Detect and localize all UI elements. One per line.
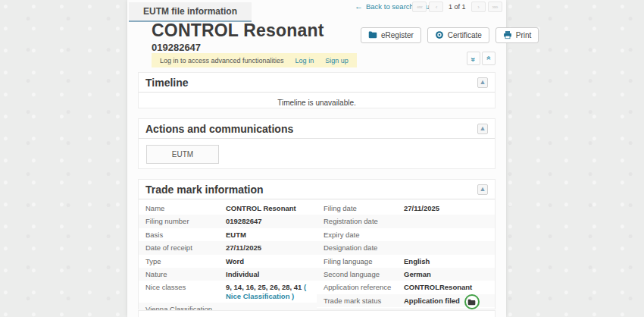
folder-status-icon <box>464 294 480 309</box>
collapse-all-button[interactable]: » <box>467 52 480 65</box>
actions-section-header: Actions and communications ▲ <box>139 119 495 139</box>
field-value-text: CONTROL Resonant <box>226 204 296 212</box>
login-link[interactable]: Log in <box>295 57 314 64</box>
application-number: 019282647 <box>152 42 201 53</box>
print-button[interactable]: Print <box>496 27 539 43</box>
field-value-text: English <box>404 257 430 265</box>
field-label: Nature <box>145 270 226 278</box>
folder-icon <box>368 30 377 41</box>
field-value: CONTROL Resonant <box>226 204 314 212</box>
field-value: EUTM <box>226 231 314 239</box>
action-buttons: eRegister Certificate Print <box>361 27 539 43</box>
field-value-text: EUTM <box>226 231 246 239</box>
eutm-actions-tab[interactable]: EUTM <box>146 145 219 164</box>
field-value: English <box>404 257 492 265</box>
field-label: Filing date <box>324 204 404 212</box>
field-row: Registration date <box>317 215 495 228</box>
timeline-section: Timeline ▲ Timeline is unavailable. <box>138 72 496 108</box>
field-label: Second language <box>324 270 404 278</box>
field-value: Application filed <box>404 297 492 305</box>
field-row: NameCONTROL Resonant <box>139 202 317 215</box>
field-value-text: Individual <box>226 270 259 278</box>
field-value-text: Application filed <box>404 297 460 305</box>
field-row: Filing number019282647 <box>139 215 317 228</box>
pagination: «« ‹ 1 of 1 › »» <box>412 2 502 12</box>
field-row: Designation date <box>317 241 495 254</box>
field-value: 27/11/2025 <box>226 243 314 252</box>
field-row: TypeWord <box>139 255 317 268</box>
field-label: Registration date <box>324 217 404 225</box>
content-column: EUTM file information ← Back to search r… <box>127 0 506 317</box>
next-page-button[interactable]: › <box>471 2 486 12</box>
expand-all-button[interactable]: » <box>482 52 496 65</box>
field-label: Application reference <box>324 283 404 291</box>
field-label: Designation date <box>324 243 404 252</box>
field-value: CONTROLResonant <box>404 283 492 291</box>
left-arrow-icon: ← <box>355 2 363 11</box>
field-label: Trade mark status <box>324 297 404 305</box>
actions-section-title: Actions and communications <box>145 123 293 135</box>
certificate-label: Certificate <box>448 31 482 39</box>
field-value-text: German <box>404 270 431 278</box>
previous-page-button[interactable]: ‹ <box>429 2 443 12</box>
seal-icon <box>435 30 444 41</box>
field-label: Filing number <box>145 217 226 225</box>
field-label: Nice classes <box>145 283 226 291</box>
field-value-text: CONTROLResonant <box>404 283 472 291</box>
eregister-label: eRegister <box>381 31 414 39</box>
double-chevron-down-icon: » <box>470 57 478 60</box>
field-label: Expiry date <box>324 231 404 239</box>
actions-section: Actions and communications ▲ EUTM <box>138 118 496 169</box>
field-label: Date of receipt <box>145 243 226 252</box>
next-section-strip <box>138 310 496 317</box>
field-value: German <box>404 270 492 278</box>
field-label: Type <box>145 257 226 265</box>
collapse-section-icon[interactable]: ▲ <box>477 124 488 134</box>
certificate-button[interactable]: Certificate <box>427 27 489 43</box>
login-notice-text: Log in to access advanced functionalitie… <box>160 57 284 64</box>
field-row: Date of receipt27/11/2025 <box>139 241 317 254</box>
field-label: Basis <box>145 231 226 239</box>
field-value-text: Word <box>226 257 244 265</box>
page-indicator: 1 of 1 <box>449 3 466 11</box>
field-row: Second languageGerman <box>317 268 495 281</box>
trademark-section-title: Trade mark information <box>145 184 264 196</box>
last-page-button[interactable]: »» <box>488 2 502 12</box>
field-row: BasisEUTM <box>139 228 317 241</box>
page-title: CONTROL Resonant <box>152 20 324 41</box>
timeline-section-title: Timeline <box>145 77 189 89</box>
timeline-section-header: Timeline ▲ <box>139 73 495 93</box>
collapse-section-icon[interactable]: ▲ <box>477 77 488 88</box>
trademark-fields-left: NameCONTROL ResonantFiling number0192826… <box>139 202 317 317</box>
field-value-text: 9, 14, 16, 25, 26, 28, 41 <box>226 283 302 291</box>
field-value: Word <box>226 257 314 265</box>
first-page-button[interactable]: «« <box>412 2 427 12</box>
trademark-section-header: Trade mark information ▲ <box>139 180 495 199</box>
field-value-text: 27/11/2025 <box>226 243 261 252</box>
field-row: Filing date27/11/2025 <box>317 202 495 215</box>
field-row: Application referenceCONTROLResonant <box>317 281 495 293</box>
timeline-empty-message: Timeline is unavailable. <box>139 93 495 107</box>
field-row: Trade mark statusApplication filed <box>317 294 495 307</box>
login-notice-bar: Log in to access advanced functionalitie… <box>152 53 357 67</box>
print-label: Print <box>516 31 532 39</box>
eregister-button[interactable]: eRegister <box>361 27 421 43</box>
field-row: Expiry date <box>317 228 495 241</box>
collapse-section-icon[interactable]: ▲ <box>477 184 488 195</box>
field-value: Individual <box>226 270 314 278</box>
double-chevron-up-icon: » <box>485 57 493 60</box>
field-value: 019282647 <box>226 217 314 225</box>
field-label: Filing language <box>324 257 404 265</box>
trademark-fields-right: Filing date27/11/2025Registration dateEx… <box>317 202 495 317</box>
tab-label: EUTM file information <box>143 6 237 17</box>
trademark-info-section: Trade mark information ▲ NameCONTROL Res… <box>138 179 496 309</box>
field-label: Name <box>145 204 226 212</box>
field-value: 27/11/2025 <box>404 204 492 212</box>
signup-link[interactable]: Sign up <box>325 57 349 64</box>
field-value: 9, 14, 16, 25, 26, 28, 41 ( Nice Classif… <box>226 283 314 300</box>
tab-eutm-file-information[interactable]: EUTM file information <box>129 2 252 22</box>
printer-icon <box>503 30 512 41</box>
field-row: Nice classes9, 14, 16, 25, 26, 28, 41 ( … <box>139 281 317 303</box>
field-value-text: 019282647 <box>226 217 262 225</box>
section-toggle-buttons: » » <box>467 52 496 65</box>
